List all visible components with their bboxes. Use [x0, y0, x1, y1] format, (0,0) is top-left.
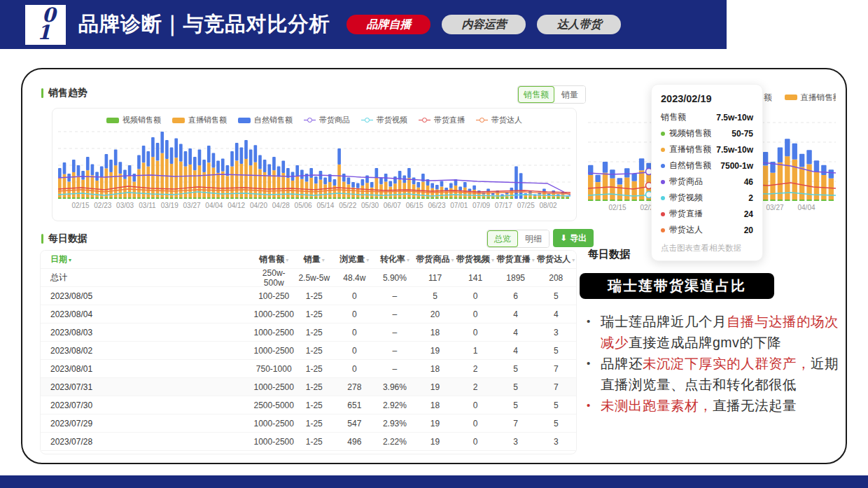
daily-data-section-title: 每日数据 — [41, 232, 88, 245]
table-row[interactable]: 2023/07/291000-25001-255472.93%19075 — [41, 414, 576, 433]
toggle-销售额[interactable]: 销售额 — [518, 86, 554, 103]
tooltip-row-直播销售额: 直播销售额7.5w-10w — [661, 141, 753, 158]
daily-data-title-text: 每日数据 — [48, 232, 88, 245]
export-button[interactable]: ⬇导出 — [553, 229, 594, 247]
table-cell: 2023/08/03 — [41, 328, 253, 337]
table-row[interactable]: 2023/08/021000-25001-250–19145 — [41, 342, 576, 360]
column-header-日期[interactable]: 日期▾ — [41, 253, 253, 265]
column-header-浏览量[interactable]: 浏览量▾ — [335, 253, 375, 265]
svg-text:07/17: 07/17 — [495, 202, 512, 209]
legend-item-带货商品[interactable]: 带货商品 — [304, 115, 350, 125]
sales-metric-toggle: 销售额销量 — [517, 85, 586, 104]
table-row[interactable]: 2023/08/05100-2501-250–5065 — [41, 287, 576, 305]
table-row[interactable]: 2023/08/031000-25001-250–18043 — [41, 323, 576, 342]
table-cell: 496 — [335, 437, 375, 447]
legend-label: 视频销售额 — [122, 115, 161, 125]
table-cell: 18 — [415, 400, 456, 410]
table-cell: 2023/08/01 — [41, 364, 253, 374]
table-cell: 5 — [496, 382, 536, 392]
table-row[interactable]: 总计250w-500w2.5w-5w48.4w5.90%117141189520… — [41, 269, 576, 287]
legend-label: 直播销售额 — [188, 115, 227, 125]
tooltip-date: 2023/02/19 — [661, 93, 753, 104]
table-cell: 1000-2500 — [253, 382, 294, 392]
svg-text:05/30: 05/30 — [361, 202, 379, 209]
pill-内容运营[interactable]: 内容运营 — [442, 15, 526, 34]
table-cell: 7 — [496, 419, 536, 428]
table-cell: 5 — [536, 346, 576, 356]
analysis-bullet: •品牌还未沉淀下厚实的人群资产，近期直播浏览量、点击和转化都很低 — [587, 353, 843, 395]
pill-品牌自播[interactable]: 品牌自播 — [346, 15, 430, 34]
tooltip-label: 带货直播 — [669, 208, 703, 220]
legend-item-带货视频[interactable]: 带货视频 — [361, 115, 407, 125]
table-cell: 2 — [455, 364, 496, 374]
table-cell: 2023/07/29 — [41, 419, 253, 428]
table-row[interactable]: 2023/08/01750-10001-250–18257 — [41, 360, 576, 378]
table-cell: 3.96% — [374, 382, 415, 392]
column-header-带货直播[interactable]: 带货直播▾ — [496, 253, 536, 265]
table-cell: 2 — [455, 382, 496, 392]
table-cell: 5 — [496, 364, 536, 374]
legend-label: 带货直播 — [434, 115, 465, 125]
table-cell: 1-25 — [294, 291, 335, 301]
green-accent-bar — [41, 88, 43, 98]
page-title: 品牌诊断｜与竞品对比分析 — [78, 11, 330, 39]
toggle-总览[interactable]: 总览 — [487, 230, 518, 247]
table-cell: 2023/07/30 — [41, 400, 253, 410]
table-row[interactable]: 2023/07/311000-25001-252783.96%19257 — [41, 378, 576, 396]
legend-item-带货达人[interactable]: 带货达人 — [476, 115, 522, 125]
table-cell: 1000-2500 — [253, 309, 294, 319]
table-cell: – — [374, 346, 415, 356]
svg-text:06/23: 06/23 — [428, 202, 445, 209]
tooltip-value: 24 — [744, 209, 753, 219]
svg-text:07/01: 07/01 — [450, 202, 468, 209]
table-cell: 5 — [415, 291, 456, 301]
column-header-销量[interactable]: 销量▾ — [294, 253, 335, 265]
svg-text:06/07: 06/07 — [384, 202, 401, 209]
legend-label: 带货视频 — [377, 115, 407, 125]
table-cell: 3 — [536, 328, 576, 337]
column-header-转化率[interactable]: 转化率▾ — [374, 253, 415, 265]
legend-item-带货直播[interactable]: 带货直播 — [419, 115, 465, 125]
table-row[interactable]: 2023/07/281000-25001-254962.22%19033 — [41, 433, 576, 451]
table-row[interactable]: 2023/08/041000-25001-250–20044 — [41, 305, 576, 323]
legend-ring — [361, 118, 373, 123]
table-cell: 4 — [536, 309, 576, 319]
column-header-销售额[interactable]: 销售额▾ — [253, 253, 294, 265]
legend-item-自然销售额[interactable]: 自然销售额 — [238, 115, 293, 125]
column-header-带货视频[interactable]: 带货视频▾ — [455, 253, 496, 265]
table-cell: 19 — [415, 346, 456, 356]
table-cell: 0 — [455, 437, 496, 447]
table-cell: 2.93% — [374, 419, 415, 428]
pill-达人带货[interactable]: 达人带货 — [537, 15, 621, 34]
export-label: 导出 — [570, 232, 587, 244]
tooltip-label: 销售额 — [661, 111, 686, 123]
legend-ring — [304, 118, 316, 123]
dashboard-card: 销售趋势 销售额销量 视频销售额直播销售额自然销售额带货商品带货视频带货直播带货… — [21, 68, 847, 464]
plain-text: 直播无法起量 — [713, 398, 797, 413]
toggle-销量[interactable]: 销量 — [554, 86, 585, 103]
table-cell: 2.22% — [374, 437, 415, 447]
toggle-明细[interactable]: 明细 — [518, 230, 549, 247]
table-row[interactable]: 2023/07/302500-50001-256512.92%18055 — [41, 396, 576, 414]
legend-item-视频销售额[interactable]: 视频销售额 — [106, 115, 161, 125]
section-number-badge: 0 1 — [25, 5, 66, 45]
bullet-marker: • — [587, 311, 601, 353]
legend-swatch — [106, 118, 119, 123]
mini-legend-item-直播销售额[interactable]: 直播销售额 — [785, 92, 836, 103]
column-header-带货达人[interactable]: 带货达人▾ — [536, 253, 576, 265]
table-cell: – — [374, 364, 415, 374]
table-cell: 7 — [536, 382, 576, 392]
column-header-带货商品[interactable]: 带货商品▾ — [415, 253, 456, 265]
table-cell: 19 — [415, 382, 456, 392]
tooltip-label: 自然销售额 — [669, 160, 711, 172]
sales-trend-chart[interactable]: 02/1502/2303/0303/1103/1903/2704/0404/12… — [58, 127, 570, 215]
table-cell: 750-1000 — [253, 364, 294, 374]
svg-text:08/02: 08/02 — [539, 202, 556, 209]
table-cell: 2.5w-5w — [294, 273, 335, 283]
svg-text:03/19: 03/19 — [161, 202, 178, 209]
legend-item-直播销售额[interactable]: 直播销售额 — [172, 115, 227, 125]
table-cell: 1000-2500 — [253, 346, 294, 356]
legend-swatch — [785, 95, 797, 100]
plain-text: 直接造成品牌gmv的下降 — [629, 335, 781, 350]
tooltip-dot — [661, 164, 665, 168]
